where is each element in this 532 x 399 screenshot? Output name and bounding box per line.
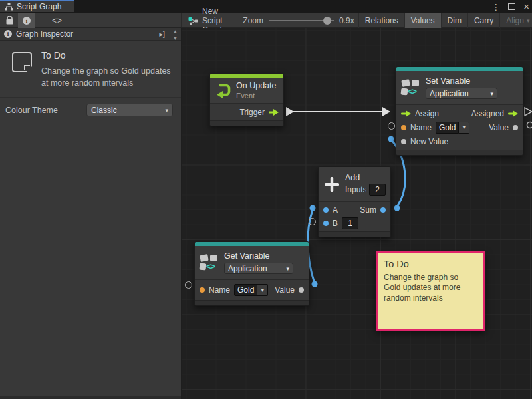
zoom-value: 0.9x [339,16,354,25]
new-script-graph-button[interactable]: New Script Graph [182,13,231,28]
name-in-marker[interactable] [388,122,395,130]
new-value-port-dot[interactable] [401,139,406,144]
scroll-down-icon[interactable]: ▼ [173,35,178,42]
b-in-marker[interactable] [309,218,316,225]
colour-theme-row: Colour Theme Classic ▾ [0,98,181,116]
name-value-dropdown[interactable]: Gold ▾ [234,284,268,296]
b-port-dot[interactable] [323,221,329,226]
code-preview-button[interactable]: <> [47,13,67,28]
node-subtitle: Event [236,92,276,100]
sum-port-dot[interactable] [380,207,386,213]
carry-button[interactable]: Carry [467,13,499,28]
a-port-row[interactable]: A Sum [319,203,390,217]
plus-icon [323,176,340,193]
inputs-label: Inputs [345,185,366,194]
sum-port-label: Sum [360,205,376,215]
node-set-variable[interactable]: <> Set Variable Application ▾ Assign Ass… [396,66,523,156]
panel-bottom-strip [0,396,181,399]
flow-out-arrow-icon[interactable] [269,109,279,116]
values-button[interactable]: Values [404,13,441,28]
window-close-icon[interactable]: × [523,3,529,10]
zoom-slider[interactable] [269,17,334,25]
value-out-marker [527,122,532,128]
zoom-slider-handle[interactable] [323,17,331,25]
node-footer [396,150,523,155]
toolbar-left-group: i <> [0,13,182,27]
sticky-note[interactable]: To Do Change the graph so Gold updates a… [376,251,485,331]
b-value-field[interactable]: 1 [342,217,358,229]
window-menu-icon[interactable]: ⋮ [491,2,500,12]
sticky-note-icon [12,52,32,72]
value-port-label: Value [489,123,509,132]
assign-port-row[interactable]: Assign Assigned [396,106,523,120]
todo-title: To Do [41,50,178,61]
window-tab-strip: Script Graph ⋮ × [0,0,532,13]
assign-port-label: Assign [415,109,439,118]
relations-button[interactable]: Relations [358,13,404,28]
name-port-label: Name [410,123,432,132]
assigned-port-label: Assigned [471,109,504,118]
lock-icon [6,16,13,25]
name-port-label: Name [209,285,230,295]
chevron-down-icon: ▾ [527,17,530,24]
new-value-port-label: New Value [410,137,448,146]
variable-kind-dropdown[interactable]: Application ▾ [224,263,293,274]
tab-script-graph[interactable]: Script Graph [0,0,74,12]
value-port-dot[interactable] [299,287,304,293]
name-port-dot[interactable] [200,287,205,293]
info-icon: i [4,30,12,38]
chevron-down-icon: ▾ [165,107,168,114]
node-on-update[interactable]: On Update Event Trigger [209,73,284,126]
set-variable-header: <> Set Variable Application ▾ [396,71,523,105]
node-footer [210,120,283,126]
name-port-dot[interactable] [401,125,406,130]
align-dropdown[interactable]: Align ▾ [499,13,532,28]
name-value-dropdown[interactable]: Gold ▾ [436,122,469,134]
node-title: Set Variable [426,76,497,86]
lock-button[interactable] [1,13,18,28]
trigger-port-row[interactable]: Trigger [210,105,283,119]
script-graph-icon [188,17,198,25]
dim-button[interactable]: Dim [441,13,467,28]
graph-hierarchy-icon [5,3,13,11]
scroll-up-icon[interactable]: ▲ [173,29,178,35]
name-in-marker[interactable] [185,281,192,289]
inputs-count-field[interactable]: 2 [369,184,386,196]
name-port-row[interactable]: Name Gold ▾ Value [195,281,309,299]
graph-toolbar: i <> New Script Graph Zoom 0.9x Relation… [0,13,532,28]
flow-in-arrow-icon[interactable] [401,110,411,117]
align-label: Align [506,16,524,25]
graph-canvas[interactable]: On Update Event Trigger <> Set Variable [182,28,532,399]
node-title: On Update [236,81,276,90]
node-add[interactable]: Add Inputs 2 A Sum B 1 [318,166,391,237]
node-footer [195,300,309,305]
chevron-down-icon: ▾ [459,122,469,134]
inspector-title: Graph Inspector [16,29,73,39]
chevron-down-icon: ▾ [257,284,268,296]
flow-out-arrow-icon[interactable] [508,110,518,117]
node-title: Add [345,173,386,182]
inspector-todo-section: To Do Change the graph so Gold updates a… [0,41,181,98]
colour-theme-select[interactable]: Classic ▾ [86,104,173,116]
toolbar-right-group: Relations Values Dim Carry Align ▾ Distr… [358,13,532,27]
b-port-label: B [332,219,338,228]
panel-expand-icon[interactable]: ▸] [159,30,165,39]
variable-kind-dropdown[interactable]: Application ▾ [426,88,497,99]
value-port-dot[interactable] [513,125,518,130]
add-header: Add Inputs 2 [319,167,390,202]
window-maximize-icon[interactable] [508,3,515,10]
variable-kind-value: Application [228,264,267,273]
new-value-port-row[interactable]: New Value [396,134,523,148]
inspector-header: i Graph Inspector ▸] [0,28,181,41]
colour-theme-value: Classic [91,106,117,115]
node-get-variable[interactable]: <> Get Variable Application ▾ Name Gold … [194,241,309,306]
a-port-dot[interactable] [323,207,329,213]
name-value: Gold [436,122,459,134]
graph-inspector-panel: i Graph Inspector ▸] ▲ ▼ To Do Change th… [0,28,182,399]
sticky-note-title: To Do [384,259,479,269]
inspector-toggle-button[interactable]: i [18,13,35,28]
b-port-row[interactable]: B 1 [319,217,390,230]
chevron-down-icon: ▾ [286,265,289,272]
chevron-down-icon: ▾ [490,90,493,97]
name-port-row[interactable]: Name Gold ▾ Value [396,120,523,134]
